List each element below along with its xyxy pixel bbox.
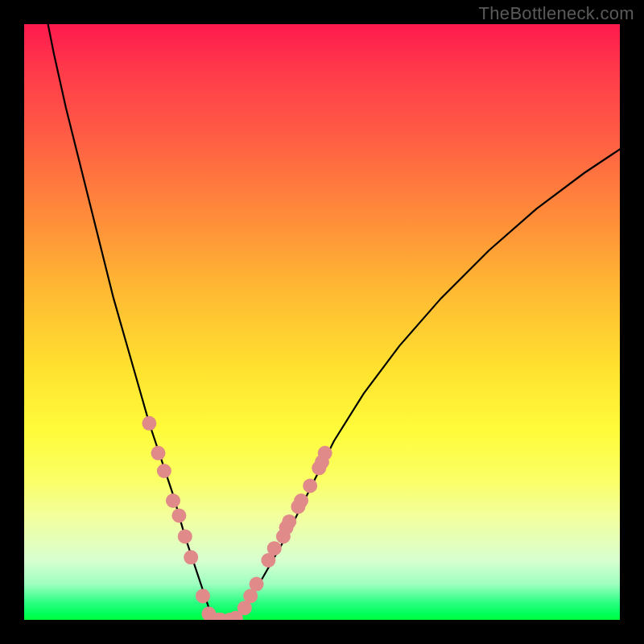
marker-dot [151, 446, 166, 460]
marker-dot [142, 416, 156, 431]
bottleneck-curve [48, 24, 620, 620]
chart-frame: TheBottleneck.com [0, 0, 644, 644]
marker-dot [267, 541, 282, 555]
marker-dot [184, 550, 198, 564]
plot-area [24, 24, 620, 620]
marker-dot [166, 493, 180, 508]
marker-dot [303, 479, 317, 493]
curve-markers [142, 416, 332, 620]
marker-dot [318, 446, 332, 460]
marker-dot [196, 588, 210, 603]
marker-dot [250, 577, 264, 592]
marker-dot [282, 514, 296, 529]
marker-dot [171, 509, 186, 523]
marker-dot [157, 464, 171, 478]
watermark-text: TheBottleneck.com [479, 3, 634, 24]
marker-dot [178, 529, 192, 543]
chart-svg [24, 24, 620, 620]
marker-dot [294, 493, 308, 508]
